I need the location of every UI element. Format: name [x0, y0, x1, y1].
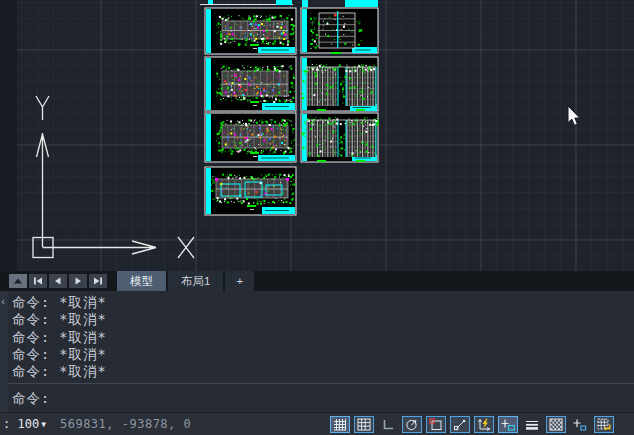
plan-sheet-3[interactable]	[205, 113, 296, 162]
command-history-line: 命令: *取消*	[12, 294, 630, 311]
object-snap-tracking-icon[interactable]	[450, 416, 470, 433]
dropdown-caret-icon: ▼	[41, 420, 46, 429]
command-history-line: 命令: *取消*	[12, 329, 630, 346]
drawing-canvas[interactable]	[0, 0, 634, 271]
elevation-sheet-1[interactable]	[301, 8, 378, 54]
plan-sheet-4[interactable]	[205, 167, 296, 215]
status-bar: : 100 ▼ 569831, -93878, 0	[0, 412, 634, 435]
next-tab-button[interactable]	[69, 274, 87, 288]
object-snap-icon[interactable]	[426, 416, 446, 433]
chevron-left-icon: ‹	[0, 295, 6, 308]
status-toggle-icons	[330, 416, 614, 433]
command-history: 命令: *取消*命令: *取消*命令: *取消*命令: *取消*命令: *取消*	[12, 294, 630, 380]
dynamic-input-icon[interactable]	[498, 416, 518, 433]
tab-模型[interactable]: 模型	[117, 271, 166, 291]
snap-mode-icon[interactable]	[354, 416, 374, 433]
command-history-line: 命令: *取消*	[12, 363, 630, 380]
coordinate-readout: 569831, -93878, 0	[60, 417, 191, 431]
dynamic-ucs-icon[interactable]	[474, 416, 494, 433]
lineweight-icon[interactable]	[522, 416, 542, 433]
layout-tab-bar: 模型布局1+	[0, 271, 634, 291]
plan-sheet-2[interactable]	[205, 57, 296, 111]
polar-tracking-icon[interactable]	[402, 416, 422, 433]
previous-tab-button[interactable]	[49, 274, 67, 288]
tab-布局1[interactable]: 布局1	[168, 271, 223, 291]
command-history-line: 命令: *取消*	[12, 346, 630, 363]
tab-nav-buttons	[9, 274, 109, 288]
transparency-icon[interactable]	[546, 416, 566, 433]
elevation-sheet-3[interactable]	[301, 113, 379, 162]
new-layout-tab[interactable]: +	[225, 271, 254, 291]
command-panel-collapse-handle[interactable]: ‹	[0, 291, 8, 412]
layout-tabs: 模型布局1+	[117, 271, 256, 291]
viewport-scale-dropdown[interactable]: : 100 ▼	[3, 417, 46, 431]
scroll-up-button[interactable]	[9, 274, 27, 288]
ortho-mode-icon[interactable]	[378, 416, 398, 433]
command-line-panel[interactable]: ‹ 命令: *取消*命令: *取消*命令: *取消*命令: *取消*命令: *取…	[0, 291, 634, 412]
selection-cycling-icon[interactable]	[570, 416, 590, 433]
last-tab-button[interactable]	[89, 274, 107, 288]
annotation-monitor-icon[interactable]	[594, 416, 614, 433]
scale-value: : 100	[3, 417, 39, 431]
grid-display-icon[interactable]	[330, 416, 350, 433]
cad-application-window: 模型布局1+ ‹ 命令: *取消*命令: *取消*命令: *取消*命令: *取消…	[0, 0, 634, 435]
first-tab-button[interactable]	[29, 274, 47, 288]
command-input-row[interactable]: 命令:	[8, 383, 634, 413]
elevation-sheet-2[interactable]	[301, 57, 378, 111]
command-prompt[interactable]: 命令:	[8, 384, 634, 408]
command-history-line: 命令: *取消*	[12, 311, 630, 328]
plan-sheet-1[interactable]	[205, 8, 296, 54]
